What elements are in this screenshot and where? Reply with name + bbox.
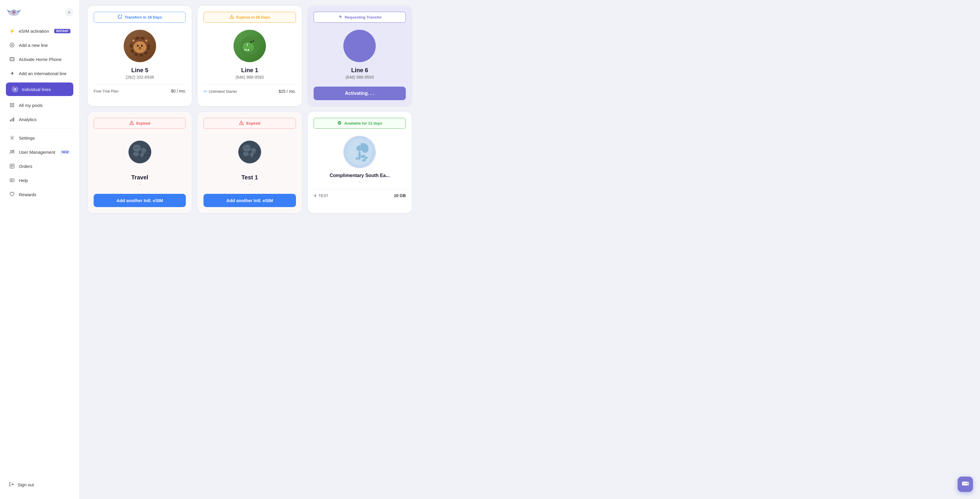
card-dash: - [139,182,140,187]
card-line5[interactable]: Transfers in 18 Days [88,6,192,106]
svg-point-26 [137,45,139,47]
add-intl-button[interactable]: Add another Intl. eSIM [94,194,186,207]
sidebar-item-label: Individual lines [22,87,51,92]
sidebar-item-label: Help [19,178,28,183]
lion-avatar [124,30,156,62]
pools-icon [9,102,15,108]
sidebar-item-settings[interactable]: Settings [3,131,76,145]
sidebar-header: × [0,5,79,24]
status-badge-line1: Expires in 26 Days [204,12,296,23]
svg-point-78 [964,483,964,484]
add-intl-button[interactable]: Add another Intl. eSIM [204,194,296,207]
home-phone-icon [9,56,15,62]
svg-point-80 [966,483,967,484]
chat-button[interactable] [958,477,973,492]
svg-rect-46 [248,49,249,51]
sidebar-item-label: Add an International line [19,71,67,76]
expired-warning-icon [129,121,134,126]
svg-text:♥: ♥ [250,40,252,44]
help-icon [9,177,15,183]
card-line6[interactable]: Requesting Transfer Line 6 (646) 988-959… [308,6,412,106]
orders-icon [9,163,15,169]
svg-point-15 [11,137,13,139]
status-label: Expires in 26 Days [237,15,270,19]
svg-point-11 [13,106,14,107]
sidebar-item-all-my-pools[interactable]: All my pools [3,98,76,112]
card-travel[interactable]: Expired Travel - [88,112,192,213]
sidebar-item-rewards[interactable]: Rewards [3,188,76,201]
svg-point-10 [10,106,12,107]
sidebar-item-label: Rewards [19,192,36,197]
svg-rect-13 [12,118,13,121]
asia-globe-avatar [344,136,376,168]
sidebar-item-help[interactable]: Help [3,174,76,187]
card-footer-line1: ∞ Unlimited Starter $25 / mo. [204,84,296,94]
sidebar-item-user-management[interactable]: User Management NEW [3,145,76,159]
card-line1[interactable]: Expires in 26 Days ♥ ♥ [197,6,302,106]
new-badge: NEW [60,150,70,155]
card-line-name: Travel [131,174,148,181]
svg-text:♥: ♥ [253,40,254,42]
sidebar-item-label: Analytics [19,117,37,122]
sidebar-item-analytics[interactable]: Analytics [3,113,76,126]
sidebar-item-label: All my pools [19,103,43,108]
svg-point-8 [10,104,12,105]
card-phone-number: (646) 988-9593 [345,75,374,80]
status-badge-line6: Requesting Transfer [313,12,406,23]
card-line-name: Line 1 [241,67,258,73]
sign-out-button[interactable]: Sign out [3,478,76,491]
instant-badge: INSTANT [54,29,70,33]
card-phone-number: (646) 988-9593 [235,75,264,80]
svg-point-40 [246,44,247,46]
status-label: Transfers in 18 Days [124,15,162,19]
transfer-icon [118,14,122,20]
expired-warning-icon [239,121,244,126]
sidebar-item-label: Activate Home Phone [19,57,62,62]
airplane-icon: ✈ [9,70,15,77]
card-phone-number: (262) 332-8938 [126,75,154,80]
data-amount: 10 GB [394,193,406,198]
card-line-name: Line 5 [131,67,148,73]
plan-name: ∞ Unlimited Starter [204,89,237,94]
card-test1[interactable]: Expired Test 1 - Add another Intl. eS [197,112,302,213]
status-label: Expired [136,121,151,126]
sidebar-item-individual-lines[interactable]: 4 Individual lines [6,83,73,96]
status-label: Expired [246,121,260,126]
svg-point-29 [142,45,143,46]
sign-out-label: Sign out [18,482,34,487]
svg-point-36 [231,18,232,18]
card-footer-complimentary: ✈ TEST 10 GB [313,189,406,198]
close-button[interactable]: × [65,8,73,16]
lightning-icon: ⚡ [9,28,15,34]
svg-rect-45 [246,49,247,51]
sidebar-item-label: Settings [19,136,35,140]
sidebar-item-add-international[interactable]: ✈ Add an International line [3,67,76,80]
activating-button[interactable]: Activating. . . [313,87,406,100]
sidebar-item-activate-home-phone[interactable]: Activate Home Phone [3,53,76,66]
svg-point-65 [250,153,253,157]
svg-point-28 [138,45,138,46]
analytics-icon [9,116,15,123]
notification-dot [14,85,16,88]
infinity-icon: ∞ [204,89,207,94]
check-icon [337,121,342,126]
svg-rect-12 [10,120,11,121]
svg-point-16 [11,150,13,152]
status-label: Available for 13 days [344,121,382,126]
card-line-name: Line 6 [351,67,368,73]
sidebar-item-label: Orders [19,164,32,169]
plan-price: $0 / mo. [171,89,186,93]
warning-icon [229,14,234,20]
status-badge-test1: Expired [204,118,296,129]
plane-icon: ✈ [313,193,317,198]
sidebar-item-add-new-line[interactable]: Add a new line [3,38,76,52]
svg-point-79 [965,483,966,484]
sidebar-item-esim-activation[interactable]: ⚡ eSIM activation INSTANT [3,24,76,38]
sidebar-item-label: User Management [19,150,55,155]
sign-out-icon [9,481,14,488]
svg-point-17 [13,150,14,151]
card-complimentary[interactable]: Available for 13 days [308,112,412,213]
sidebar: × ⚡ eSIM activation INSTANT Add a new li… [0,0,80,499]
main-content: Transfers in 18 Days [80,0,980,499]
sidebar-item-orders[interactable]: Orders [3,159,76,173]
